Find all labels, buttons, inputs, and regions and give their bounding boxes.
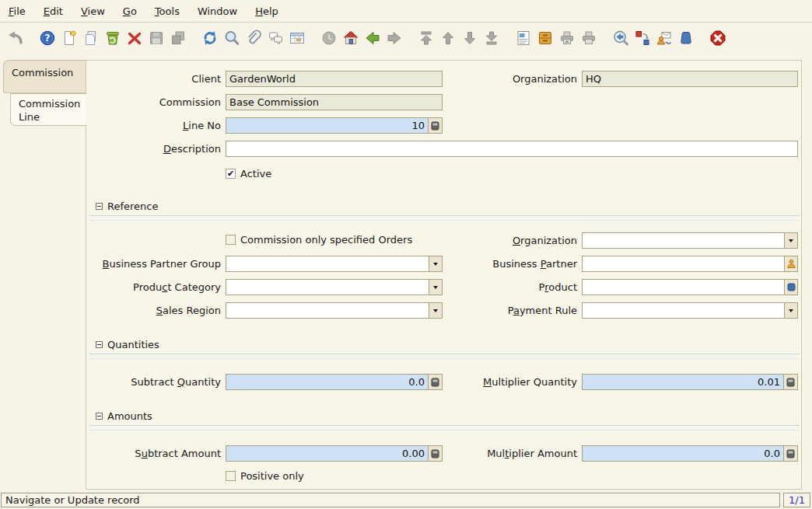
archive-button[interactable] bbox=[535, 28, 555, 48]
delete-record-button[interactable] bbox=[103, 28, 123, 48]
help-icon: ? bbox=[38, 29, 57, 47]
organization-ref-combo[interactable] bbox=[582, 232, 798, 249]
product-label: Product bbox=[447, 279, 577, 293]
delete-selection-button[interactable] bbox=[124, 28, 145, 48]
multiplier-amount-field[interactable] bbox=[582, 445, 783, 462]
multiplier-quantity-calculator-button[interactable] bbox=[783, 374, 798, 390]
menu-tools[interactable]: Tools bbox=[149, 2, 185, 20]
business-partner-search[interactable] bbox=[582, 256, 798, 272]
line-no-calculator-button[interactable] bbox=[428, 117, 443, 134]
new-record-button[interactable] bbox=[59, 28, 79, 48]
find-button[interactable] bbox=[222, 28, 242, 48]
menu-file[interactable]: File bbox=[3, 2, 31, 20]
multiplier-amount-label: Multiplier Amount bbox=[447, 445, 577, 459]
organization-ref-dropdown-button[interactable] bbox=[784, 233, 797, 248]
refresh-button[interactable] bbox=[200, 28, 220, 48]
help-button[interactable]: ? bbox=[37, 28, 58, 48]
commission-field[interactable] bbox=[226, 94, 443, 110]
menu-view[interactable]: View bbox=[75, 2, 110, 20]
detail-record-button[interactable] bbox=[384, 28, 404, 48]
line-no-field[interactable] bbox=[226, 117, 428, 134]
green-left-arrow-icon bbox=[363, 29, 382, 47]
exit-button[interactable] bbox=[708, 28, 728, 48]
tab-commission[interactable]: Commission bbox=[3, 60, 86, 93]
multiplier-quantity-field[interactable] bbox=[582, 374, 783, 390]
red-x-icon bbox=[125, 29, 144, 47]
subtract-amount-calculator-button[interactable] bbox=[428, 445, 443, 462]
sales-region-dropdown-button[interactable] bbox=[429, 303, 442, 318]
menu-window[interactable]: Window bbox=[192, 2, 243, 20]
calculator-icon bbox=[431, 378, 439, 387]
report-button[interactable] bbox=[513, 28, 534, 48]
grid-toggle-button[interactable] bbox=[287, 28, 307, 48]
collapse-icon[interactable] bbox=[96, 413, 103, 420]
archive-icon bbox=[536, 29, 555, 47]
section-quantities: Quantities bbox=[89, 337, 800, 359]
copy-record-button[interactable] bbox=[81, 28, 101, 48]
first-record-button[interactable] bbox=[416, 28, 436, 48]
paperclip-icon bbox=[244, 29, 263, 47]
product-info-button[interactable] bbox=[676, 28, 696, 48]
section-quantities-header[interactable]: Quantities bbox=[89, 337, 800, 354]
chat-button[interactable] bbox=[265, 28, 285, 48]
home-button[interactable] bbox=[341, 28, 361, 48]
save-and-create-button[interactable] bbox=[168, 28, 188, 48]
menu-go[interactable]: Go bbox=[117, 2, 142, 20]
workflow-button[interactable] bbox=[632, 28, 653, 48]
window-content: Commission Commission Line Client Organi… bbox=[0, 53, 812, 492]
parent-record-button[interactable] bbox=[362, 28, 383, 48]
last-record-button[interactable] bbox=[481, 28, 502, 48]
undo-button[interactable] bbox=[5, 28, 26, 48]
subtract-quantity-calculator-button[interactable] bbox=[428, 374, 443, 390]
organization-field[interactable] bbox=[582, 71, 798, 87]
previous-record-button[interactable] bbox=[438, 28, 458, 48]
product-search-button[interactable] bbox=[784, 280, 797, 295]
payment-rule-label: Payment Rule bbox=[447, 302, 577, 316]
product-category-combo[interactable] bbox=[226, 279, 443, 295]
print-icon bbox=[579, 29, 598, 47]
section-reference-header[interactable]: Reference bbox=[89, 199, 800, 216]
history-button[interactable] bbox=[319, 28, 339, 48]
product-category-dropdown-button[interactable] bbox=[429, 280, 442, 295]
business-partner-search-button[interactable] bbox=[784, 256, 797, 271]
print-button[interactable] bbox=[579, 28, 599, 48]
save-copy-icon bbox=[169, 29, 187, 47]
zoom-across-button[interactable] bbox=[611, 28, 631, 48]
payment-rule-dropdown-button[interactable] bbox=[784, 303, 797, 318]
menu-edit[interactable]: Edit bbox=[38, 2, 68, 20]
positive-only-checkbox[interactable] bbox=[226, 471, 236, 481]
business-partner-group-dropdown-button[interactable] bbox=[429, 256, 442, 271]
save-button[interactable] bbox=[146, 28, 166, 48]
business-partner-group-combo[interactable] bbox=[226, 256, 443, 272]
up-arrow-icon bbox=[439, 29, 457, 47]
next-record-button[interactable] bbox=[460, 28, 480, 48]
line-no-label: Line No bbox=[86, 117, 221, 131]
active-checkbox[interactable]: ✔ bbox=[226, 169, 236, 179]
payment-rule-combo[interactable] bbox=[582, 302, 798, 319]
client-field[interactable] bbox=[226, 71, 443, 87]
multiplier-amount-calculator-button[interactable] bbox=[783, 445, 798, 462]
section-reference: Reference bbox=[89, 199, 800, 221]
menu-help[interactable]: Help bbox=[250, 2, 284, 20]
subtract-amount-field[interactable] bbox=[226, 445, 428, 462]
commission-only-orders-checkbox[interactable] bbox=[226, 235, 236, 245]
description-field[interactable] bbox=[226, 141, 798, 157]
active-label: Active bbox=[240, 166, 271, 180]
collapse-icon[interactable] bbox=[96, 341, 103, 348]
sales-region-combo[interactable] bbox=[226, 302, 443, 319]
multiplier-quantity-label: Multiplier Quantity bbox=[447, 374, 577, 388]
report-icon bbox=[514, 29, 533, 47]
attachment-button[interactable] bbox=[243, 28, 264, 48]
tab-commission-line[interactable]: Commission Line bbox=[10, 93, 86, 126]
section-amounts-header[interactable]: Amounts bbox=[89, 409, 800, 426]
print-preview-button[interactable] bbox=[557, 28, 577, 48]
collapse-icon[interactable] bbox=[96, 203, 103, 210]
new-record-icon bbox=[60, 29, 79, 47]
person-icon bbox=[786, 259, 796, 269]
product-search[interactable] bbox=[582, 279, 798, 295]
subtract-quantity-field[interactable] bbox=[226, 374, 428, 390]
status-bar: Navigate or Update record 1/1 bbox=[0, 492, 812, 509]
requests-button[interactable] bbox=[654, 28, 674, 48]
save-icon bbox=[147, 29, 166, 47]
section-amounts-title: Amounts bbox=[107, 410, 152, 422]
